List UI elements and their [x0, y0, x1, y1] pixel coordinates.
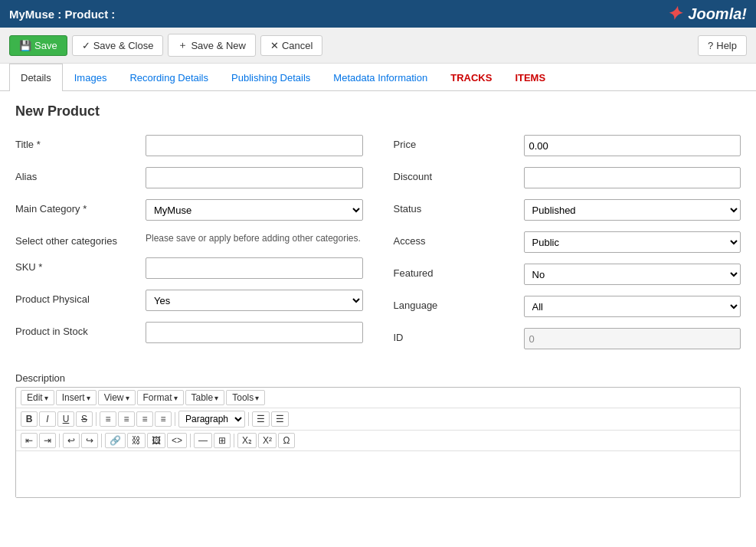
status-row: Status Published Unpublished	[394, 199, 741, 221]
unordered-list-button[interactable]: ☰	[252, 411, 270, 427]
unlink-button[interactable]: ⛓	[127, 433, 146, 448]
joomla-star-icon: ✦	[666, 3, 682, 25]
alias-input[interactable]	[146, 167, 363, 188]
align-right-button[interactable]: ≡	[136, 411, 153, 427]
insert-chevron-icon: ▾	[87, 394, 90, 402]
main-category-select[interactable]: MyMuse	[146, 199, 363, 221]
tab-tracks[interactable]: TRACKS	[439, 64, 503, 91]
divider-2	[175, 412, 175, 426]
title-label: Title *	[15, 135, 146, 150]
tools-chevron-icon: ▾	[255, 394, 259, 402]
help-button[interactable]: ? Help	[698, 35, 747, 56]
price-input[interactable]	[524, 135, 741, 156]
id-row: ID	[394, 328, 741, 349]
access-row: Access Public Registered Special	[394, 231, 741, 253]
paragraph-select[interactable]: Paragraph	[178, 411, 245, 427]
bold-button[interactable]: B	[21, 411, 38, 427]
help-label: Help	[716, 40, 737, 51]
editor-menu-bar: Edit ▾ Insert ▾ View ▾ Format ▾ Table	[16, 388, 740, 408]
tab-recording-details[interactable]: Recording Details	[118, 64, 220, 91]
title-control	[146, 135, 363, 156]
table-button[interactable]: ⊞	[214, 433, 231, 448]
product-physical-row: Product Physical Yes No	[15, 290, 363, 311]
discount-label: Discount	[394, 167, 524, 182]
align-justify-button[interactable]: ≡	[155, 411, 172, 427]
editor-format-menu[interactable]: Format ▾	[137, 390, 184, 405]
editor-table-menu[interactable]: Table ▾	[185, 390, 225, 405]
product-physical-select[interactable]: Yes No	[146, 290, 363, 311]
link-button[interactable]: 🔗	[105, 433, 126, 448]
tab-items[interactable]: ITEMS	[503, 64, 557, 91]
align-left-button[interactable]: ≡	[100, 411, 116, 427]
tab-metadata-information[interactable]: Metadata Information	[322, 64, 439, 91]
language-label: Language	[394, 296, 524, 311]
select-other-label: Select other categories	[15, 231, 146, 247]
product-stock-row: Product in Stock	[15, 322, 363, 343]
align-center-button[interactable]: ≡	[118, 411, 135, 427]
save-close-button[interactable]: ✓ Save & Close	[72, 35, 164, 56]
tab-images[interactable]: Images	[63, 64, 119, 91]
form-right: Price Discount Status Published Unpublis…	[394, 135, 741, 360]
divider-3	[248, 412, 249, 426]
editor-container: Edit ▾ Insert ▾ View ▾ Format ▾ Table	[15, 387, 741, 498]
redo-button[interactable]: ↪	[81, 433, 98, 448]
cancel-label: Cancel	[282, 40, 313, 51]
status-select[interactable]: Published Unpublished	[524, 199, 741, 221]
divider-7	[234, 434, 234, 447]
strikethrough-button[interactable]: S	[76, 411, 93, 427]
outdent-button[interactable]: ⇤	[21, 433, 38, 448]
divider-5	[101, 434, 102, 447]
editor-edit-menu[interactable]: Edit ▾	[21, 390, 54, 405]
alias-control	[146, 167, 363, 188]
special-char-button[interactable]: Ω	[278, 433, 295, 448]
app-title: MyMuse : Product :	[9, 8, 115, 21]
access-label: Access	[394, 231, 524, 247]
price-control	[524, 135, 741, 156]
editor-content-area[interactable]	[16, 451, 740, 497]
editor-view-menu[interactable]: View ▾	[98, 390, 136, 405]
editor-tools-menu[interactable]: Tools ▾	[226, 390, 265, 405]
underline-button[interactable]: U	[57, 411, 74, 427]
description-label: Description	[15, 372, 741, 384]
save-icon: 💾	[19, 40, 31, 51]
indent-button[interactable]: ⇥	[39, 433, 56, 448]
featured-label: Featured	[394, 264, 524, 279]
tab-bar: Details Images Recording Details Publish…	[0, 64, 756, 91]
app-header: MyMuse : Product : ✦ Joomla!	[0, 0, 756, 28]
save-new-button[interactable]: ＋ Save & New	[168, 34, 256, 57]
italic-button[interactable]: I	[39, 411, 56, 427]
subscript-button[interactable]: X₂	[237, 433, 257, 448]
view-chevron-icon: ▾	[126, 394, 129, 402]
tab-details[interactable]: Details	[9, 64, 63, 91]
language-select[interactable]: All	[524, 296, 741, 317]
code-button[interactable]: <>	[167, 433, 187, 448]
hr-button[interactable]: —	[194, 433, 212, 448]
id-label: ID	[394, 328, 524, 343]
format-chevron-icon: ▾	[174, 394, 178, 402]
main-category-row: Main Category * MyMuse	[15, 199, 363, 221]
discount-row: Discount	[394, 167, 741, 188]
status-label: Status	[394, 199, 524, 215]
cancel-button[interactable]: ✕ Cancel	[260, 35, 322, 56]
featured-select[interactable]: No Yes	[524, 264, 741, 285]
superscript-button[interactable]: X²	[258, 433, 277, 448]
undo-button[interactable]: ↩	[63, 433, 80, 448]
save-button[interactable]: 💾 Save	[9, 35, 67, 56]
image-button[interactable]: 🖼	[147, 433, 165, 448]
page-title: New Product	[15, 103, 741, 120]
sku-row: SKU *	[15, 257, 363, 279]
select-other-help: Please save or apply before adding other…	[146, 231, 363, 245]
sku-input[interactable]	[146, 257, 363, 279]
editor-insert-menu[interactable]: Insert ▾	[56, 390, 97, 405]
access-select[interactable]: Public Registered Special	[524, 231, 741, 253]
featured-control: No Yes	[524, 264, 741, 285]
tab-publishing-details[interactable]: Publishing Details	[220, 64, 322, 91]
sku-control	[146, 257, 363, 279]
ordered-list-button[interactable]: ☰	[271, 411, 289, 427]
joomla-label: Joomla!	[688, 5, 747, 23]
discount-input[interactable]	[524, 167, 741, 188]
product-stock-input[interactable]	[146, 322, 363, 343]
title-input[interactable]	[146, 135, 363, 156]
featured-row: Featured No Yes	[394, 264, 741, 285]
alias-row: Alias	[15, 167, 363, 188]
